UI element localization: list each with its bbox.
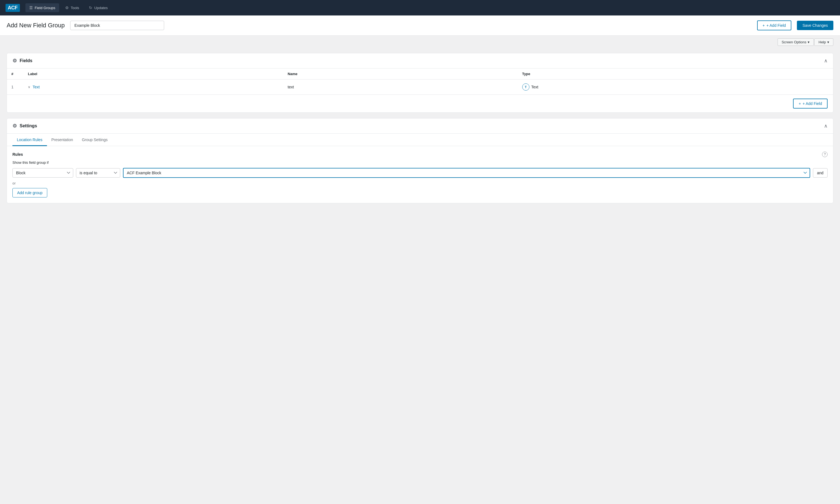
add-field-label: + Add Field <box>767 23 786 28</box>
fields-title-text: Fields <box>20 58 32 63</box>
plus-icon: + <box>763 23 765 28</box>
tab-presentation[interactable]: Presentation <box>47 134 77 146</box>
settings-title-text: Settings <box>20 123 37 128</box>
field-expand-icon[interactable]: ∨ <box>28 85 30 89</box>
chevron-down-icon: ▾ <box>808 40 810 44</box>
or-text: or <box>13 181 827 185</box>
col-header-name: Name <box>283 69 518 79</box>
settings-tabs: Location Rules Presentation Group Settin… <box>7 134 833 146</box>
tab-location-rules-label: Location Rules <box>17 138 42 142</box>
tools-icon: ⚙ <box>65 5 69 10</box>
screen-options-button[interactable]: Screen Options ▾ <box>777 38 814 46</box>
settings-panel-title: ⚙ Settings <box>13 123 37 129</box>
fields-panel-header: ⚙ Fields ∧ <box>7 53 833 69</box>
nav-label-updates: Updates <box>94 6 107 10</box>
settings-collapse-button[interactable]: ∧ <box>824 123 827 129</box>
col-header-number: # <box>7 69 23 79</box>
updates-icon: ↻ <box>89 5 92 10</box>
field-row-label-cell: ∨ Text <box>23 79 283 95</box>
fields-gear-icon: ⚙ <box>13 58 17 64</box>
col-header-label: Label <box>23 69 283 79</box>
screen-options-label: Screen Options <box>782 40 807 44</box>
tab-group-settings[interactable]: Group Settings <box>77 134 112 146</box>
nav-item-updates[interactable]: ↻ Updates <box>85 3 111 12</box>
settings-gear-icon: ⚙ <box>13 123 17 129</box>
rules-help-icon[interactable]: ? <box>822 151 827 157</box>
help-label: Help <box>819 40 826 44</box>
rule-operator-select[interactable]: is equal to is not equal to <box>76 168 120 178</box>
field-label-link[interactable]: Text <box>33 85 40 89</box>
fields-panel-footer: + + Add Field <box>7 94 833 112</box>
nav-item-tools[interactable]: ⚙ Tools <box>62 3 83 12</box>
fields-panel: ⚙ Fields ∧ # Label Name Type 1 ∨ <box>7 53 833 113</box>
rules-title: Rules <box>13 152 23 157</box>
help-button[interactable]: Help ▾ <box>814 38 833 46</box>
tab-group-settings-label: Group Settings <box>82 138 107 142</box>
fields-table-head: # Label Name Type <box>7 69 833 79</box>
show-if-text: Show this field group if <box>13 160 827 165</box>
field-row-name: text <box>283 79 518 95</box>
type-label: Text <box>531 85 539 89</box>
settings-panel: ⚙ Settings ∧ Location Rules Presentation… <box>7 118 833 203</box>
rules-section: Rules ? Show this field group if Block P… <box>7 146 833 203</box>
page-title: Add New Field Group <box>7 22 65 29</box>
tab-presentation-label: Presentation <box>51 138 73 142</box>
field-row-number: 1 <box>7 79 23 95</box>
nav-label-tools: Tools <box>71 6 79 10</box>
col-header-type: Type <box>518 69 833 79</box>
main-content: ⚙ Fields ∧ # Label Name Type 1 ∨ <box>0 49 840 208</box>
rule-value-select[interactable]: ACF Example Block <box>123 168 810 178</box>
text-type-icon: T <box>522 84 529 91</box>
and-button[interactable]: and <box>813 168 827 178</box>
rule-row: Block Post Type Page Template Taxonomy U… <box>13 168 827 178</box>
add-field-footer-button[interactable]: + + Add Field <box>793 98 827 109</box>
rule-condition-select[interactable]: Block Post Type Page Template Taxonomy U… <box>13 168 73 178</box>
settings-panel-header: ⚙ Settings ∧ <box>7 119 833 134</box>
fields-collapse-button[interactable]: ∧ <box>824 58 827 64</box>
rules-header: Rules ? <box>13 151 827 157</box>
save-changes-button[interactable]: Save Changes <box>797 21 833 30</box>
nav-label-field-groups: Field Groups <box>35 6 55 10</box>
fields-table: # Label Name Type 1 ∨ Text text <box>7 69 833 94</box>
page-header: Add New Field Group + + Add Field Save C… <box>0 16 840 36</box>
table-row: 1 ∨ Text text T Text <box>7 79 833 95</box>
tab-location-rules[interactable]: Location Rules <box>13 134 47 146</box>
field-group-title-input[interactable] <box>70 21 164 30</box>
top-navigation: ACF ☰ Field Groups ⚙ Tools ↻ Updates <box>0 0 840 16</box>
fields-panel-title: ⚙ Fields <box>13 58 32 64</box>
acf-logo: ACF <box>5 4 20 12</box>
field-groups-icon: ☰ <box>29 5 33 10</box>
plus-icon-footer: + <box>799 101 801 106</box>
fields-table-body: 1 ∨ Text text T Text <box>7 79 833 95</box>
options-bar: Screen Options ▾ Help ▾ <box>0 36 840 49</box>
add-rule-group-button[interactable]: Add rule group <box>13 188 47 197</box>
fields-table-header-row: # Label Name Type <box>7 69 833 79</box>
nav-item-field-groups[interactable]: ☰ Field Groups <box>25 3 59 12</box>
type-badge: T Text <box>522 84 539 91</box>
help-chevron-icon: ▾ <box>827 40 829 44</box>
add-field-button[interactable]: + + Add Field <box>757 20 792 30</box>
add-field-footer-label: + Add Field <box>803 101 822 106</box>
field-row-type: T Text <box>518 79 833 95</box>
